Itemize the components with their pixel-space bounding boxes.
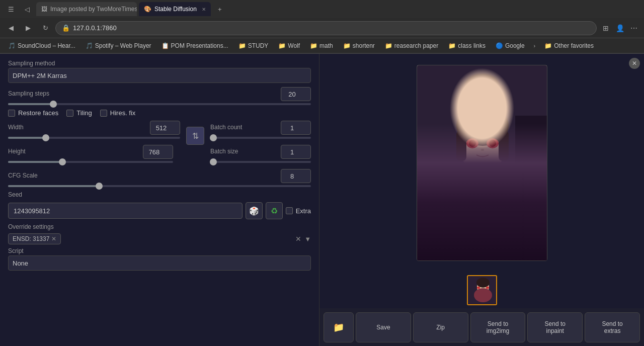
override-tag-close[interactable]: ✕ [51,235,56,242]
restore-faces-check[interactable] [8,110,15,117]
bookmark-wolf[interactable]: 📁 Wolf [274,41,304,50]
image-area: ✕ [319,54,644,272]
thumbnail-strip [467,272,497,308]
hires-fix-label: Hires. fix [110,109,136,117]
sampling-method-label: Sampling method [8,60,311,67]
image-svg [417,65,547,261]
tab-2-close[interactable]: ✕ [202,7,206,12]
bookmark-research-icon: 📁 [385,42,392,49]
extra-label: Extra [296,207,311,215]
sampling-method-row: DPM++ 2M Karras [8,68,311,83]
bookmark-otherfav-icon: 📁 [544,42,552,49]
batch-count-input[interactable] [281,121,311,135]
seed-label: Seed [8,191,311,198]
bookmark-google[interactable]: 🔵 Google [492,41,529,50]
cfg-scale-input[interactable] [281,169,311,183]
override-clear-btn[interactable]: ✕ [295,235,301,243]
batch-size-slider[interactable] [210,161,311,163]
tab-2-title: Stable Diffusion [154,6,197,13]
bookmark-classlinks[interactable]: 📁 class links [444,41,490,50]
save-btn[interactable]: Save [356,312,411,342]
action-bar: 📁 Save Zip Send toimg2img Send toinpaint… [319,308,644,346]
bookmark-otherfav[interactable]: 📁 Other favorites [540,41,598,50]
dice-btn[interactable]: 🎲 [246,202,263,219]
tab-1[interactable]: 🖼 Image posted by TwoMoreTimes... ✕ [36,2,137,16]
sampling-steps-slider[interactable] [8,103,311,105]
tiling-checkbox[interactable]: Tiling [66,109,92,117]
bookmark-math[interactable]: 📁 math [306,41,337,50]
swap-dimensions-btn[interactable]: ⇅ [186,127,204,145]
extra-checkbox[interactable] [286,207,293,214]
bookmark-study-icon: 📁 [238,42,246,49]
forward-btn[interactable]: ▶ [21,21,35,35]
image-close-btn[interactable]: ✕ [629,58,640,69]
batch-count-slider[interactable] [210,137,311,139]
batchcount-col: Batch count [210,121,311,143]
back-btn[interactable]: ◀ [4,21,18,35]
height-batchsize-row: Height Batch size [8,145,311,167]
override-dropdown-arrow[interactable]: ▼ [304,235,311,243]
bookmarks-more-btn[interactable]: › [531,42,539,50]
batch-size-input[interactable] [281,145,311,159]
override-tag: ENSD: 31337 ✕ [8,233,61,244]
batchsize-col: Batch size [210,145,311,167]
svg-point-12 [469,140,476,147]
seed-input[interactable] [8,203,243,219]
bookmark-research[interactable]: 📁 reasearch paper [381,41,442,50]
send-extras-btn[interactable]: Send toextras [585,312,640,342]
bookmark-math-label: math [319,42,333,49]
batch-count-label: Batch count [210,124,242,131]
address-bar[interactable]: 🔒 127.0.0.1:7860 [55,21,597,35]
tiling-check[interactable] [66,110,73,117]
width-input[interactable] [150,121,180,135]
svg-rect-19 [488,256,503,261]
tab-prev-btn[interactable]: ◁ [20,2,34,16]
tab-menu-btn[interactable]: ☰ [4,2,18,16]
bookmark-otherfav-label: Other favorites [554,42,594,49]
hires-fix-check[interactable] [100,110,107,117]
refresh-btn[interactable]: ↻ [38,21,52,35]
width-slider[interactable] [8,137,180,139]
script-label: Script [8,247,311,254]
restore-faces-checkbox[interactable]: Restore faces [8,109,58,117]
bookmark-pom-label: POM Presentations... [171,42,228,49]
bookmark-classlinks-icon: 📁 [448,42,456,49]
hires-fix-checkbox[interactable]: Hires. fix [100,109,136,117]
svg-point-10 [466,138,478,148]
svg-marker-17 [475,171,490,181]
send-inpaint-btn[interactable]: Send toinpaint [527,312,583,342]
bookmark-study[interactable]: 📁 STUDY [234,41,273,50]
bookmark-spotify[interactable]: 🎵 Spotify – Web Player [82,41,155,50]
sampling-method-dropdown[interactable]: DPM++ 2M Karras [8,68,311,83]
cfg-scale-label: CFG Scale [8,172,38,179]
width-label: Width [8,124,24,131]
bookmark-shortenr[interactable]: 📁 shortenr [339,41,379,50]
height-input[interactable] [143,145,173,159]
folder-btn[interactable]: 📁 [324,312,354,342]
zip-btn[interactable]: Zip [413,312,468,342]
bookmarks-bar: 🎵 SoundCloud – Hear... 🎵 Spotify – Web P… [0,38,644,53]
svg-point-6 [457,116,508,171]
more-options-icon[interactable]: ⋯ [628,22,640,34]
new-tab-btn[interactable]: + [213,2,227,16]
thumbnail-1[interactable] [467,275,497,305]
script-dropdown[interactable]: None [8,255,311,271]
svg-rect-8 [456,131,466,161]
recycle-btn[interactable]: ♻ [266,202,283,219]
height-slider[interactable] [8,161,173,163]
send-extras-label: Send toextras [602,320,622,334]
right-panel: ✕ [319,54,644,346]
send-inpaint-label: Send toinpaint [545,320,566,334]
svg-rect-15 [487,136,499,137]
batch-size-label: Batch size [210,148,238,155]
bookmark-pom[interactable]: 📋 POM Presentations... [157,41,232,50]
svg-rect-14 [466,136,478,137]
tab-2[interactable]: 🎨 Stable Diffusion ✕ [139,2,211,16]
sampling-steps-input[interactable] [281,87,311,101]
extensions-icon[interactable]: ⊞ [600,22,612,34]
svg-rect-20 [515,116,547,261]
profile-icon[interactable]: 👤 [614,22,626,34]
cfg-scale-slider[interactable] [8,185,311,187]
bookmark-soundcloud[interactable]: 🎵 SoundCloud – Hear... [4,41,79,50]
send-img2img-btn[interactable]: Send toimg2img [470,312,526,342]
